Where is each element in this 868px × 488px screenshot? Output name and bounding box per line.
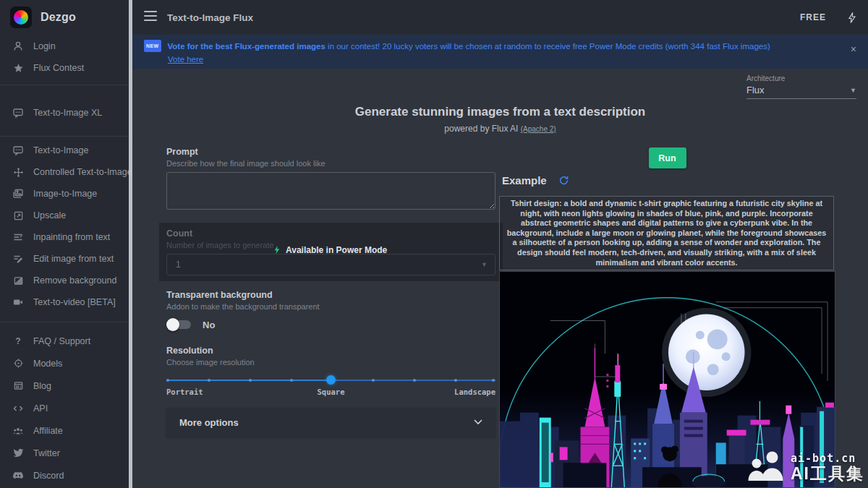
sidebar-item-text-to-image-xl[interactable]: Text-to-Image XL: [0, 91, 129, 134]
sidebar-item-label: Inpainting from text: [33, 232, 110, 242]
sidebar-item-label: Upscale: [33, 210, 66, 221]
resolution-label: Resolution: [166, 346, 495, 356]
sidebar-item-affiliate[interactable]: Affiliate: [0, 419, 129, 442]
sidebar-item-remove-background[interactable]: Remove background: [0, 270, 129, 291]
watermark-domain: ai-bot.cn: [791, 452, 864, 465]
sidebar-item-image-to-image[interactable]: Image-to-Image: [0, 183, 129, 205]
chevron-down-icon: ▼: [850, 87, 856, 94]
prompt-helper: Describe how the final image should look…: [166, 159, 495, 168]
question-icon: ?: [12, 335, 24, 347]
slider-thumb[interactable]: [326, 375, 336, 385]
sidebar-item-api[interactable]: API: [0, 397, 129, 419]
news-icon: [12, 380, 24, 392]
chat-icon: [12, 107, 24, 119]
power-mode-note: Available in Power Mode: [273, 244, 387, 255]
menu-icon[interactable]: [144, 11, 157, 24]
sidebar-item-controlled-text-to-image[interactable]: Controlled Text-to-Image: [0, 161, 129, 183]
app: Dezgo Login Flux Contest Text-to-Image X…: [0, 0, 868, 488]
watermark-name: AI工具集: [791, 465, 864, 482]
run-button[interactable]: Run: [649, 147, 686, 168]
transparent-bg-section: Transparent background Addon to make the…: [166, 290, 495, 331]
twitter-icon: [12, 448, 24, 459]
topbar: Text-to-Image Flux FREE: [132, 0, 868, 35]
sidebar-account-group: Login Flux Contest: [0, 35, 129, 79]
toggle-state-label: No: [203, 320, 215, 330]
sidebar-item-label: Twitter: [33, 448, 60, 458]
svg-text:?: ?: [15, 336, 20, 346]
sidebar-item-label: Models: [33, 359, 62, 369]
sidebar: Dezgo Login Flux Contest Text-to-Image X…: [0, 0, 129, 488]
sidebar-divider: [0, 136, 129, 137]
sidebar-item-label: Login: [33, 41, 56, 51]
resolution-helper: Choose image resolution: [166, 358, 495, 367]
resolution-slider[interactable]: [166, 375, 495, 385]
slider-label-landscape: Landscape: [454, 388, 495, 396]
slider-label-portrait: Portrait: [166, 388, 203, 396]
brand-name: Dezgo: [41, 11, 76, 24]
person-icon: [12, 40, 24, 52]
sidebar-item-text-to-image[interactable]: Text-to-Image: [0, 140, 129, 161]
watermark: ai-bot.cn AI工具集: [746, 450, 864, 482]
content: Architecture Flux ▼ Generate stunning im…: [132, 69, 868, 488]
prompt-label: Prompt: [166, 147, 495, 157]
target-icon: [12, 358, 24, 369]
sidebar-item-edit-image[interactable]: Edit image from text: [0, 248, 129, 270]
sidebar-tools-group: Text-to-Image Controlled Text-to-Image I…: [0, 140, 129, 313]
sidebar-item-upscale[interactable]: Upscale: [0, 205, 129, 226]
lightning-icon: [273, 244, 281, 255]
example-column: Run Example Tshirt design: a bold and dy…: [499, 69, 835, 488]
plan-badge[interactable]: FREE: [800, 12, 826, 22]
sidebar-item-text-to-video[interactable]: Text-to-video [BETA]: [0, 291, 129, 313]
power-mode-icon[interactable]: [848, 12, 856, 24]
sidebar-item-label: Controlled Text-to-Image: [33, 167, 132, 177]
page-title: Text-to-Image Flux: [167, 12, 790, 23]
sidebar-item-login[interactable]: Login: [0, 35, 129, 57]
vote-here-link[interactable]: Vote here: [168, 55, 203, 64]
sidebar-item-flux-contest[interactable]: Flux Contest: [0, 57, 129, 79]
move-icon: [12, 166, 24, 178]
prompt-input[interactable]: [166, 172, 495, 210]
sidebar-item-discord[interactable]: Discord: [0, 464, 129, 487]
sidebar-divider: [0, 85, 129, 85]
more-options-accordion[interactable]: More options: [166, 408, 495, 437]
dezgo-logo-icon: [10, 7, 32, 28]
sidebar-item-label: Text-to-Image: [33, 145, 88, 155]
sidebar-item-label: Image-to-Image: [33, 189, 97, 199]
brand-link[interactable]: Dezgo: [0, 0, 129, 34]
sidebar-item-label: Blog: [33, 381, 51, 391]
sidebar-item-inpainting[interactable]: Inpainting from text: [0, 226, 129, 248]
sidebar-divider: [0, 322, 129, 322]
refresh-icon[interactable]: [558, 175, 569, 186]
sidebar-item-label: API: [33, 403, 48, 414]
resolution-section: Resolution Choose image resolution Portr…: [166, 346, 495, 398]
chevron-down-icon: [474, 419, 482, 425]
transparent-bg-helper: Addon to make the background transparent: [166, 302, 495, 311]
promo-banner: NEW Vote for the best Flux-generated ima…: [132, 35, 868, 69]
count-label: Count: [166, 228, 495, 239]
main-area: Text-to-Image Flux FREE NEW Vote for the…: [132, 0, 868, 488]
close-icon[interactable]: ×: [851, 44, 856, 54]
discord-icon: [12, 470, 24, 481]
banner-message: Vote for the best Flux-generated images …: [168, 41, 770, 51]
sidebar-item-twitter[interactable]: Twitter: [0, 442, 129, 464]
star-icon: [12, 62, 24, 74]
count-value: 1: [176, 260, 181, 270]
images-icon: [12, 188, 24, 200]
sidebar-links-group: ? FAQ / Support Models Blog API Affiliat…: [0, 330, 129, 487]
sidebar-item-label: Remove background: [33, 275, 116, 286]
chevron-down-icon: ▼: [481, 261, 488, 268]
sidebar-item-label: Flux Contest: [33, 63, 84, 73]
sidebar-item-label: Edit image from text: [33, 254, 114, 264]
sidebar-item-models[interactable]: Models: [0, 352, 129, 374]
code-icon: [12, 403, 24, 414]
sidebar-item-faq[interactable]: ? FAQ / Support: [0, 330, 129, 352]
generation-form: Prompt Describe how the final image shou…: [166, 147, 495, 437]
slider-label-square: Square: [318, 388, 345, 396]
count-select[interactable]: 1 ▼: [166, 254, 495, 275]
image-slash-icon: [12, 275, 24, 286]
transparent-bg-toggle[interactable]: [166, 318, 192, 331]
sidebar-item-blog[interactable]: Blog: [0, 374, 129, 397]
sidebar-item-label: Affiliate: [33, 426, 63, 436]
sidebar-item-label: Discord: [33, 471, 64, 481]
video-icon: [12, 296, 24, 308]
